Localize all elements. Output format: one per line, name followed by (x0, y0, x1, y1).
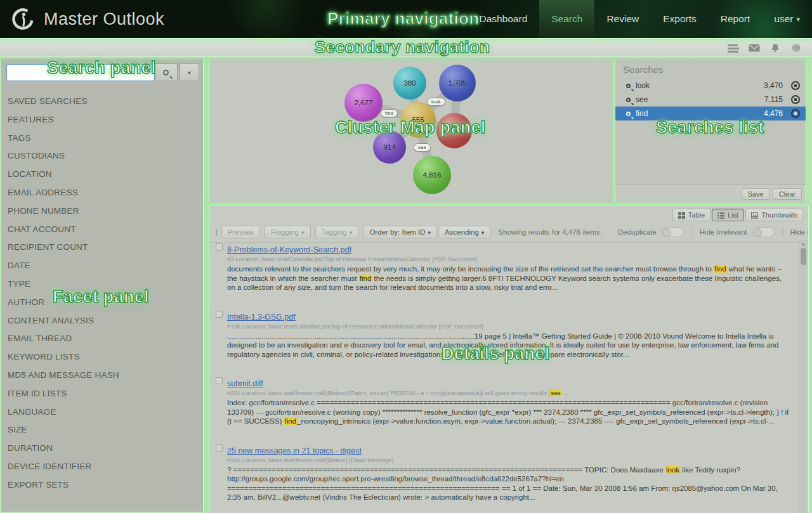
facet-item-content-analysis[interactable]: CONTENT ANALYSIS (1, 312, 203, 330)
search-row-look[interactable]: look 3,470 (615, 79, 806, 93)
scroll-up-arrow[interactable]: ▲ (799, 240, 808, 247)
clear-button[interactable]: Clear (773, 188, 802, 200)
table-view-button[interactable]: Table (672, 209, 710, 221)
cluster-bubble-4816[interactable]: 4,816 (413, 156, 451, 194)
list-icon (717, 212, 724, 219)
searches-panel: Searches look 3,470 see 7,115 find 4,476… (615, 58, 806, 203)
search-row-see[interactable]: see 7,115 (615, 93, 806, 107)
facet-item-recipient-count[interactable]: RECIPIENT COUNT (1, 238, 203, 257)
hide-irrelevant-toggle[interactable] (752, 227, 775, 237)
results-list: 8-Problems-of-Keyword-Search.pdf #3 Loca… (209, 240, 799, 513)
facet-item-size[interactable]: SIZE (1, 421, 203, 439)
search-bar: ▾ (1, 58, 203, 85)
nav-item-dashboard[interactable]: Dashboard (467, 0, 539, 38)
result-checkbox[interactable] (216, 311, 223, 318)
table-icon (678, 212, 685, 219)
facet-item-language[interactable]: LANGUAGE (1, 403, 203, 422)
facet-item-export-sets[interactable]: EXPORT SETS (1, 476, 203, 495)
sort-direction-dropdown[interactable]: Ascending▾ (438, 226, 490, 238)
flagging-dropdown[interactable]: Flagging▾ (265, 226, 311, 238)
result-title-link[interactable]: 25 new messages in 21 topics - digest (227, 446, 362, 455)
facet-item-type[interactable]: TYPE (1, 275, 203, 294)
facet-item-keyword-lists[interactable]: KEYWORD LISTS (1, 348, 203, 367)
nav-item-search[interactable]: Search (539, 0, 594, 38)
nav-item-report[interactable]: Report (709, 0, 763, 38)
result-title-link[interactable]: submit.diff (227, 379, 263, 388)
chevron-down-icon: ▾ (481, 230, 485, 236)
facet-panel: SAVED SEARCHES FEATURES TAGS CUSTODIANS … (1, 93, 203, 495)
list-view-button[interactable]: List (712, 209, 744, 221)
result-meta: #251 Location: basic test/fmatter.nsf/($… (227, 389, 790, 396)
facet-item-date[interactable]: DATE (1, 257, 203, 275)
hide-irrelevant-control: Hide Irrelevant (691, 227, 782, 237)
preview-button[interactable]: Preview (221, 226, 260, 238)
list-view-label: List (728, 211, 738, 219)
cluster-link-label-look: look (427, 98, 445, 106)
cluster-bubble-1705[interactable]: 1,705 (439, 65, 476, 101)
facet-item-features[interactable]: FEATURES (1, 111, 203, 129)
cluster-link-label-see: see (414, 143, 431, 152)
remove-search-icon[interactable] (791, 81, 800, 90)
bell-icon[interactable] (769, 43, 781, 53)
result-item-4: 25 new messages in 21 topics - digest #2… (216, 445, 790, 502)
keyword-highlight: look (665, 466, 680, 474)
result-checkbox[interactable] (216, 377, 223, 384)
search-button[interactable] (155, 63, 177, 81)
result-checkbox[interactable] (216, 244, 223, 250)
facet-item-phone-number[interactable]: PHONE NUMBER (1, 202, 203, 221)
gear-icon[interactable] (790, 43, 802, 53)
search-row-find-selected[interactable]: find 4,476 (615, 107, 806, 120)
chevron-down-icon: ▾ (301, 230, 304, 236)
cluster-bubble-2627[interactable]: 2,627 (344, 84, 383, 122)
ascending-label: Ascending (445, 228, 479, 236)
thumbnails-view-label: Thumbnails (761, 211, 797, 219)
search-options-dropdown[interactable]: ▾ (180, 63, 199, 81)
facet-item-custodians[interactable]: CUSTODIANS (1, 147, 203, 166)
table-view-label: Table (688, 211, 705, 219)
remove-search-icon[interactable] (791, 109, 800, 118)
result-title-link[interactable]: 8-Problems-of-Keyword-Search.pdf (227, 245, 351, 254)
facet-item-email-address[interactable]: EMAIL ADDRESS (1, 184, 203, 202)
keyword-highlight: find (714, 265, 727, 273)
facet-item-item-id-lists[interactable]: ITEM ID LISTS (1, 385, 203, 403)
nav-item-user-menu[interactable]: user ▾ (762, 0, 812, 38)
result-meta: #260 Location: basic test/fmatter.nsf/($… (227, 457, 790, 464)
cluster-bubble-380[interactable]: 380 (393, 67, 426, 100)
save-button[interactable]: Save (742, 188, 770, 200)
select-all-checkbox[interactable] (216, 229, 217, 236)
facet-item-author[interactable]: AUTHOR (1, 294, 203, 312)
search-term: look (636, 81, 650, 90)
facet-item-location[interactable]: LOCATION (1, 166, 203, 184)
result-checkbox[interactable] (216, 445, 223, 451)
nav-item-exports[interactable]: Exports (651, 0, 709, 38)
result-title-link[interactable]: Intella-1.3-GSG.pdf (227, 313, 296, 321)
deduplicate-toggle[interactable] (661, 227, 684, 237)
mail-icon[interactable] (749, 43, 760, 53)
result-snippet: ........................................… (227, 332, 790, 360)
tagging-dropdown[interactable]: Tagging▾ (315, 226, 359, 238)
remove-search-icon[interactable] (791, 95, 800, 104)
facet-item-email-thread[interactable]: EMAIL THREAD (1, 330, 203, 348)
thumbnails-view-button[interactable]: Thumbnails (745, 209, 803, 221)
results-count: Showing results for 4,476 items. (490, 228, 610, 236)
results-scrollbar[interactable]: ▲ (799, 240, 807, 513)
scrollbar-thumb[interactable] (801, 248, 806, 265)
result-snippet: Index: gcc/fortran/resolve.c ===========… (227, 398, 790, 426)
search-and-facet-panel: ▾ SAVED SEARCHES FEATURES TAGS CUSTODIAN… (1, 58, 203, 512)
result-sets-icon[interactable] (728, 43, 739, 53)
searches-footer: Save Clear (615, 185, 806, 203)
order-by-dropdown[interactable]: Order by: Item ID▾ (363, 226, 437, 238)
search-count: 4,476 (764, 109, 783, 118)
search-input[interactable] (6, 64, 155, 81)
facet-item-tags[interactable]: TAGS (1, 129, 203, 148)
cluster-bubble-555[interactable]: 555 (400, 102, 436, 138)
search-term: see (636, 95, 648, 104)
facet-item-chat-account[interactable]: CHAT ACCOUNT (1, 221, 203, 239)
facet-item-saved-searches[interactable]: SAVED SEARCHES (1, 93, 203, 111)
facet-item-device-identifier[interactable]: DEVICE IDENTIFIER (1, 458, 203, 476)
facet-item-md5-hash[interactable]: MD5 AND MESSAGE HASH (1, 367, 203, 385)
facet-item-duration[interactable]: DURATION (1, 439, 203, 458)
nav-item-review[interactable]: Review (594, 0, 651, 38)
cluster-bubble-914[interactable]: 914 (373, 131, 406, 164)
cluster-bubble-830[interactable]: 830 (436, 113, 472, 148)
